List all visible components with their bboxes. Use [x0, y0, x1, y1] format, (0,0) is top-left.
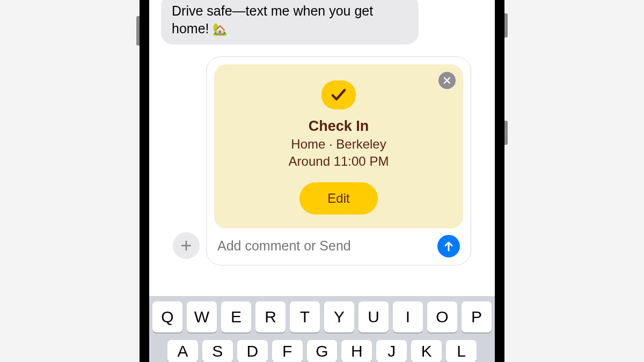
key-k[interactable]: K: [411, 340, 442, 362]
house-emoji: 🏡: [213, 23, 227, 36]
phone-side-button-right-lower: [504, 121, 508, 145]
phone-side-button-right-upper: [504, 13, 508, 38]
phone-frame: Drive safe—text me when you get home! 🏡: [140, 0, 504, 362]
compose-input[interactable]: [217, 238, 431, 254]
checkin-badge: [321, 80, 356, 109]
key-q[interactable]: Q: [152, 301, 182, 333]
send-button[interactable]: [437, 235, 460, 257]
key-j[interactable]: J: [376, 340, 407, 362]
compose-input-row: [214, 228, 463, 260]
incoming-message-text: Drive safe—text me when you get home!: [172, 3, 373, 36]
key-s[interactable]: S: [202, 340, 233, 362]
incoming-message-bubble: Drive safe—text me when you get home! 🏡: [161, 0, 419, 45]
close-checkin-button[interactable]: [438, 72, 456, 89]
key-p[interactable]: P: [462, 301, 492, 333]
key-g[interactable]: G: [307, 340, 338, 362]
edit-checkin-button[interactable]: Edit: [299, 182, 377, 215]
key-a[interactable]: A: [167, 340, 198, 362]
compose-card: Check In Home · Berkeley Around 11:00 PM…: [206, 56, 471, 265]
keyboard: Q W E R T Y U I O P A S D F G H J K L: [149, 296, 495, 362]
key-w[interactable]: W: [187, 301, 217, 333]
key-r[interactable]: R: [255, 301, 286, 333]
key-e[interactable]: E: [221, 301, 251, 333]
key-y[interactable]: Y: [324, 301, 354, 333]
close-icon: [443, 77, 451, 84]
checkin-time: Around 11:00 PM: [289, 153, 389, 170]
key-h[interactable]: H: [341, 340, 372, 362]
key-o[interactable]: O: [427, 301, 457, 333]
key-u[interactable]: U: [358, 301, 389, 333]
screen: Drive safe—text me when you get home! 🏡: [149, 0, 495, 362]
checkin-card: Check In Home · Berkeley Around 11:00 PM…: [214, 64, 463, 228]
key-l[interactable]: L: [446, 340, 477, 362]
checkin-title: Check In: [309, 118, 369, 135]
checkin-location: Home · Berkeley: [291, 136, 386, 153]
key-d[interactable]: D: [237, 340, 268, 362]
key-t[interactable]: T: [290, 301, 320, 333]
key-i[interactable]: I: [393, 301, 423, 333]
arrow-up-icon: [443, 240, 455, 252]
phone-side-button-left: [136, 16, 140, 46]
key-f[interactable]: F: [272, 340, 303, 362]
compose-row: Check In Home · Berkeley Around 11:00 PM…: [161, 50, 483, 272]
checkmark-icon: [330, 86, 348, 104]
attachments-plus-button[interactable]: [173, 232, 200, 259]
keyboard-row-2: A S D F G H J K L: [152, 340, 492, 362]
plus-icon: [180, 239, 193, 252]
keyboard-row-1: Q W E R T Y U I O P: [152, 301, 492, 333]
chat-area: Drive safe—text me when you get home! 🏡: [149, 0, 495, 296]
